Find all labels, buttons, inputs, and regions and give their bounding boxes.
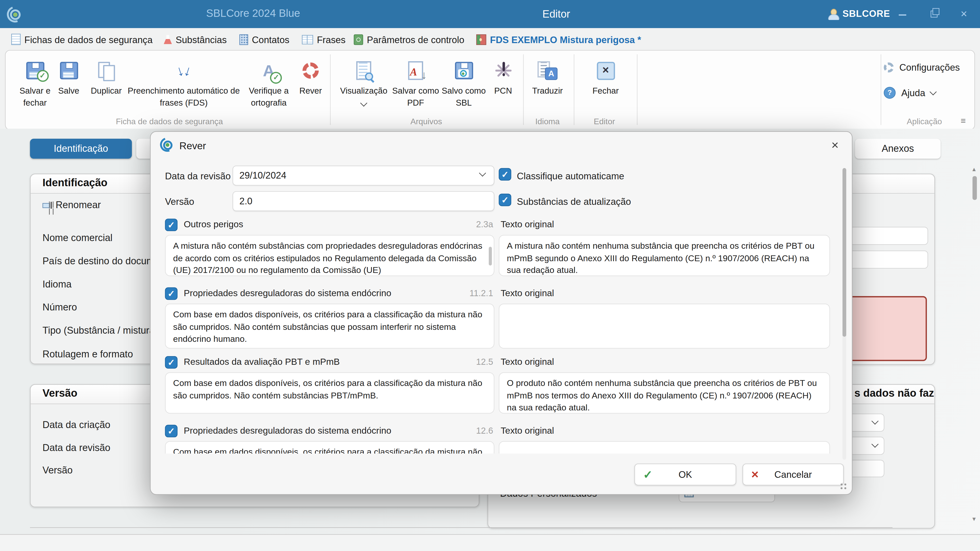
revision-date-label: Data da revisão bbox=[165, 171, 231, 181]
scrollbar-thumb[interactable] bbox=[489, 247, 492, 265]
double-down-arrow-icon: ↓ ↓ bbox=[176, 56, 191, 85]
update-substances-checkbox[interactable]: ✓ bbox=[499, 194, 511, 206]
check-icon: ✓ bbox=[643, 468, 652, 481]
translate-button[interactable]: A Traduzir bbox=[526, 56, 570, 97]
review-items-list: 2.3a ✓ Outros perigos A mistura não cont… bbox=[151, 216, 838, 454]
original-text-box[interactable] bbox=[499, 303, 830, 348]
tab-substancias[interactable]: Substâncias bbox=[164, 32, 227, 47]
app-logo-icon bbox=[6, 6, 22, 22]
group-label-aplicacao: Aplicação bbox=[884, 117, 965, 126]
field-label: Nome comercial bbox=[43, 232, 113, 244]
item-checkbox[interactable]: ✓ bbox=[165, 356, 178, 368]
group-label-arquivos: Arquivos bbox=[332, 117, 520, 126]
close-icon[interactable]: × bbox=[961, 7, 967, 20]
chevron-down-icon bbox=[479, 170, 486, 177]
item-checkbox[interactable]: ✓ bbox=[165, 287, 178, 300]
tab-parametros[interactable]: Parâmetros de controlo bbox=[354, 32, 464, 47]
item-text-box[interactable]: Com base em dados disponíveis, os critér… bbox=[165, 303, 495, 348]
field-label: Idioma bbox=[43, 279, 72, 290]
dialog-scrollbar[interactable] bbox=[842, 168, 846, 460]
save-as-sbl-button[interactable]: Salvo como SBL bbox=[439, 56, 489, 109]
item-text-box[interactable]: Com base em dados disponíveis, os critér… bbox=[165, 372, 495, 414]
scroll-down-icon[interactable]: ▼ bbox=[971, 516, 977, 522]
version-label: Versão bbox=[165, 196, 194, 207]
save-as-pdf-button[interactable]: A↓ Salvar como PDF bbox=[390, 56, 442, 109]
original-text-box[interactable]: O produto não contém nenhuma substância … bbox=[499, 372, 830, 414]
tab-contatos[interactable]: Contatos bbox=[239, 32, 290, 47]
duplicate-button[interactable]: Duplicar bbox=[86, 56, 126, 97]
rename-link[interactable]: Renomear bbox=[43, 199, 101, 210]
dialog-close-icon[interactable]: × bbox=[827, 137, 843, 153]
x-icon: × bbox=[751, 467, 759, 482]
item-text-box[interactable]: Com base em dados disponíveis, os critér… bbox=[165, 441, 495, 454]
building-icon bbox=[239, 34, 248, 44]
user-label[interactable]: SBLCORE bbox=[842, 8, 890, 19]
tab-label: Contatos bbox=[252, 34, 290, 44]
ok-button[interactable]: ✓ OK bbox=[635, 464, 736, 486]
close-editor-button[interactable]: × Fechar bbox=[586, 56, 626, 97]
tab-frases[interactable]: Frases bbox=[302, 32, 345, 47]
tab-fds-exemplo-active[interactable]: FDS EXEMPLO Mistura perigosa * bbox=[476, 32, 641, 47]
revision-date-combobox[interactable]: 29/10/2024 bbox=[232, 165, 494, 186]
resize-grip[interactable] bbox=[841, 484, 847, 490]
section-tab-identificacao[interactable]: Identificação bbox=[30, 139, 132, 159]
review-item: 12.6 ✓ Propriedades desreguladoras do si… bbox=[151, 424, 838, 454]
original-text-box[interactable] bbox=[499, 441, 830, 454]
item-text-box[interactable]: A mistura não contém substâncias com pro… bbox=[165, 235, 495, 276]
auto-classify-checkbox[interactable]: ✓ bbox=[499, 168, 511, 181]
minimize-icon[interactable] bbox=[899, 14, 906, 16]
field-label: Data da revisão bbox=[43, 442, 110, 454]
scrollbar-thumb[interactable] bbox=[842, 168, 846, 337]
window-label: Editor bbox=[528, 8, 584, 21]
cancel-button[interactable]: × Cancelar bbox=[742, 464, 844, 486]
spellcheck-button[interactable]: A✓ Verifique a ortografia bbox=[242, 56, 295, 109]
help-button[interactable]: ? Ajuda bbox=[884, 87, 936, 99]
rename-icon bbox=[43, 202, 54, 209]
save-button[interactable]: Salve bbox=[52, 56, 85, 97]
original-text-box[interactable]: A mistura não contém nenhuma substância … bbox=[499, 235, 830, 276]
tab-fichas-de-dados[interactable]: Fichas de dados de segurança bbox=[11, 32, 153, 47]
pcn-burst-icon bbox=[494, 61, 512, 80]
section-tab-anexos[interactable]: Anexos bbox=[855, 139, 941, 159]
chevron-down-icon bbox=[872, 441, 879, 448]
field-label: Tipo (Substância / mistura / bbox=[43, 325, 160, 336]
app-title: SBLCore 2024 Blue bbox=[159, 7, 347, 20]
portugal-flag-icon bbox=[476, 34, 486, 44]
sds-document-icon bbox=[11, 34, 21, 45]
review-button[interactable]: Rever bbox=[293, 56, 328, 97]
tab-label: Substâncias bbox=[176, 34, 227, 44]
item-checkbox[interactable]: ✓ bbox=[165, 425, 178, 437]
review-item: 11.2.1 ✓ Propriedades desreguladoras do … bbox=[151, 287, 838, 355]
scroll-up-icon[interactable]: ▲ bbox=[971, 166, 977, 172]
help-icon: ? bbox=[884, 87, 896, 99]
tab-label: FDS EXEMPLO Mistura perigosa * bbox=[490, 34, 641, 44]
duplicate-icon bbox=[97, 61, 116, 80]
chevron-down-icon bbox=[872, 418, 879, 425]
restore-icon[interactable] bbox=[931, 11, 938, 17]
save-icon bbox=[60, 62, 78, 79]
group-separator bbox=[330, 54, 331, 125]
tab-label: Parâmetros de controlo bbox=[367, 34, 465, 44]
item-checkbox[interactable]: ✓ bbox=[165, 219, 178, 231]
auto-classify-label: Classifique automaticamente bbox=[517, 171, 624, 181]
user-icon bbox=[828, 9, 838, 19]
autofill-phrases-button[interactable]: ↓ ↓ Preenchimento automático de frases (… bbox=[127, 56, 240, 109]
scrollbar-thumb[interactable] bbox=[973, 176, 977, 200]
tab-label: Frases bbox=[317, 34, 345, 44]
panel-title-fragment: s dados não faz bbox=[854, 387, 934, 400]
group-label-idioma: Idioma bbox=[516, 117, 579, 126]
app-window: SBLCore 2024 Blue Editor SBLCORE × Ficha… bbox=[0, 0, 980, 551]
group-menu-icon[interactable]: ≡ bbox=[961, 116, 966, 125]
pcn-button[interactable]: PCN bbox=[487, 56, 519, 97]
group-separator bbox=[574, 54, 574, 125]
item-title: Propriedades desreguladoras do sistema e… bbox=[184, 288, 391, 298]
flask-icon bbox=[164, 35, 172, 44]
settings-button[interactable]: Configurações bbox=[884, 62, 960, 73]
preview-button[interactable]: Visualização bbox=[334, 56, 394, 105]
book-icon bbox=[302, 35, 313, 44]
field-label: Rotulagem e formato bbox=[43, 349, 133, 360]
original-text-label: Texto original bbox=[501, 357, 554, 367]
field-label: Versão bbox=[43, 465, 73, 476]
version-input[interactable]: 2.0 bbox=[232, 191, 494, 211]
group-label-editor: Editor bbox=[573, 117, 636, 126]
